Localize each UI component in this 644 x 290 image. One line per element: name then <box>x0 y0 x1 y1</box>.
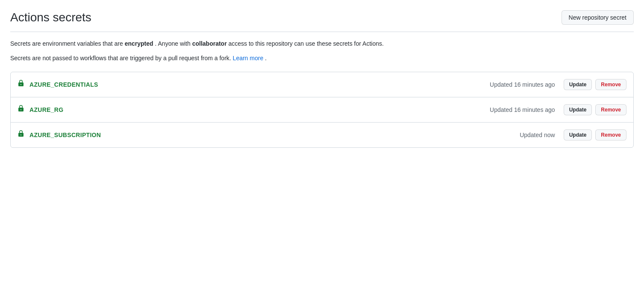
lock-icon <box>18 80 24 89</box>
update-button[interactable]: Update <box>564 129 592 141</box>
description-middle: . Anyone with <box>155 40 192 47</box>
collaborator-word: collaborator <box>192 40 227 47</box>
secrets-table: AZURE_CREDENTIALS Updated 16 minutes ago… <box>10 72 634 148</box>
secret-name: AZURE_CREDENTIALS <box>29 81 490 88</box>
secret-row: AZURE_SUBSCRIPTION Updated now Update Re… <box>11 123 633 147</box>
secret-actions: Update Remove <box>564 104 626 115</box>
remove-button[interactable]: Remove <box>595 104 626 115</box>
secret-updated: Updated 16 minutes ago <box>490 81 555 88</box>
description-line1: Secrets are environment variables that a… <box>10 39 634 48</box>
description-suffix: access to this repository can use these … <box>228 40 383 47</box>
secret-updated: Updated 16 minutes ago <box>490 106 555 113</box>
update-button[interactable]: Update <box>564 79 592 90</box>
fork-text: Secrets are not passed to workflows that… <box>10 55 233 62</box>
remove-button[interactable]: Remove <box>595 129 626 141</box>
page-header: Actions secrets New repository secret <box>10 10 634 32</box>
secret-updated: Updated now <box>520 132 555 138</box>
secret-name: AZURE_SUBSCRIPTION <box>29 132 520 138</box>
secret-actions: Update Remove <box>564 129 626 141</box>
page-title: Actions secrets <box>10 11 91 24</box>
update-button[interactable]: Update <box>564 104 592 115</box>
remove-button[interactable]: Remove <box>595 79 626 90</box>
lock-icon <box>18 105 24 114</box>
learn-more-link[interactable]: Learn more <box>233 55 264 62</box>
encrypted-word: encrypted <box>125 40 153 47</box>
description-line2: Secrets are not passed to workflows that… <box>10 53 634 63</box>
description-prefix: Secrets are environment variables that a… <box>10 40 125 47</box>
new-repository-secret-button[interactable]: New repository secret <box>562 10 634 25</box>
secret-actions: Update Remove <box>564 79 626 90</box>
secret-name: AZURE_RG <box>29 106 490 113</box>
lock-icon <box>18 130 24 139</box>
secret-row: AZURE_CREDENTIALS Updated 16 minutes ago… <box>11 72 633 97</box>
secret-row: AZURE_RG Updated 16 minutes ago Update R… <box>11 97 633 123</box>
period: . <box>265 55 267 62</box>
